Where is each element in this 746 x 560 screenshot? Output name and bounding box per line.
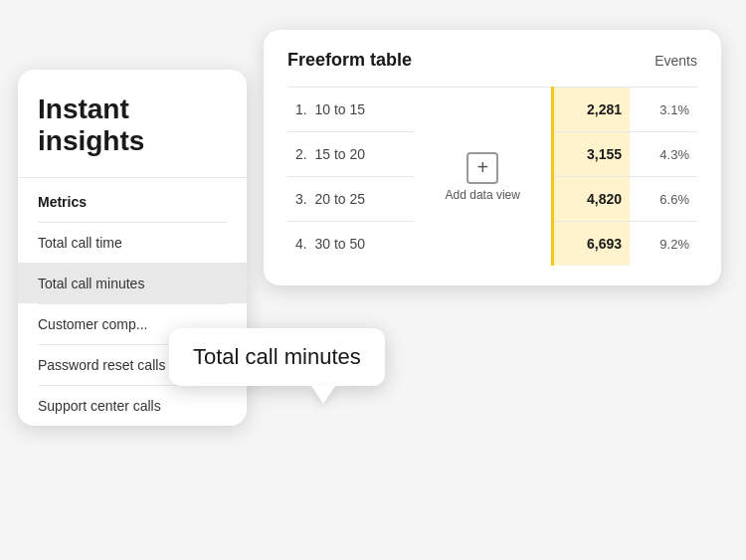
row-1-value: 2,281 bbox=[552, 88, 630, 132]
add-data-button[interactable]: + Add data view bbox=[423, 152, 543, 202]
row-3-pct: 6.6% bbox=[630, 177, 697, 222]
freeform-header: Freeform table Events bbox=[287, 50, 697, 71]
freeform-table-title: Freeform table bbox=[287, 50, 412, 71]
add-data-label: Add data view bbox=[446, 188, 520, 202]
metric-total-call-minutes[interactable]: Total call minutes bbox=[18, 263, 247, 303]
metrics-section: Metrics Total call time Total call minut… bbox=[18, 178, 247, 426]
row-4-pct: 9.2% bbox=[630, 222, 697, 267]
metrics-label: Metrics bbox=[38, 194, 227, 210]
row-2-pct: 4.3% bbox=[630, 132, 697, 177]
freeform-table-card: Freeform table Events 1. 10 to 15 + Add … bbox=[264, 30, 721, 285]
tooltip-arrow bbox=[311, 386, 335, 404]
row-2-value: 3,155 bbox=[552, 132, 630, 177]
tooltip-card: Total call minutes bbox=[169, 328, 385, 386]
row-4-range: 4. 30 to 50 bbox=[287, 222, 415, 267]
table-row: 1. 10 to 15 + Add data view 2,281 3.1% bbox=[287, 88, 697, 132]
tooltip-text: Total call minutes bbox=[193, 344, 361, 369]
row-3-range: 3. 20 to 25 bbox=[287, 177, 415, 222]
events-column-header: Events bbox=[654, 53, 697, 69]
metric-support-center-calls[interactable]: Support center calls bbox=[38, 385, 227, 426]
row-4-value: 6,693 bbox=[552, 222, 630, 267]
row-1-pct: 3.1% bbox=[630, 88, 697, 132]
add-data-icon: + bbox=[466, 152, 498, 184]
add-data-cell[interactable]: + Add data view bbox=[415, 88, 552, 267]
instant-insights-title: Instant insights bbox=[18, 70, 247, 178]
row-3-value: 4,820 bbox=[552, 177, 630, 222]
freeform-table: 1. 10 to 15 + Add data view 2,281 3.1% 2… bbox=[287, 87, 697, 266]
metric-total-call-time[interactable]: Total call time bbox=[38, 222, 227, 263]
row-1-range: 1. 10 to 15 bbox=[287, 88, 415, 132]
row-2-range: 2. 15 to 20 bbox=[287, 132, 415, 177]
